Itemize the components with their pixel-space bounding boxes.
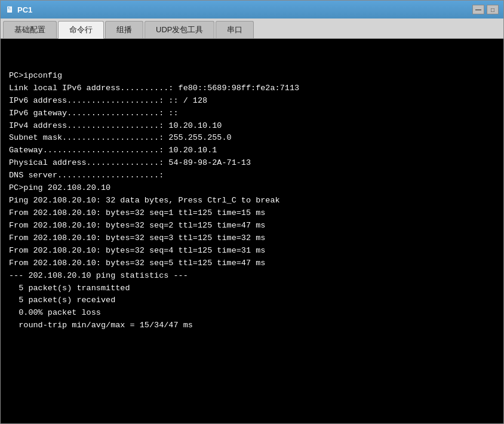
title-bar-left: 🖥 PC1 [5, 5, 32, 14]
main-window: 🖥 PC1 — □ 基础配置 命令行 组播 UDP发包工具 串口 PC>ipco… [0, 0, 504, 424]
tab-bar: 基础配置 命令行 组播 UDP发包工具 串口 [1, 19, 503, 39]
maximize-button[interactable]: □ [487, 5, 499, 14]
tab-cmd[interactable]: 命令行 [58, 21, 104, 39]
tab-basic[interactable]: 基础配置 [3, 21, 57, 38]
terminal-line: 5 packet(s) transmitted [9, 282, 495, 295]
terminal-line: PC>ping 202.108.20.10 [9, 182, 495, 195]
terminal-line: From 202.108.20.10: bytes=32 seq=3 ttl=1… [9, 232, 495, 245]
tab-serial[interactable]: 串口 [216, 21, 254, 38]
terminal-line: From 202.108.20.10: bytes=32 seq=2 ttl=1… [9, 220, 495, 232]
terminal-output[interactable]: PC>ipconfigLink local IPv6 address......… [1, 39, 503, 423]
terminal-line: Link local IPv6 address..........: fe80:… [9, 82, 495, 95]
terminal-line: --- 202.108.20.10 ping statistics --- [9, 270, 495, 282]
terminal-line: 0.00% packet loss [9, 307, 495, 319]
terminal-line: DNS server.....................: [9, 170, 495, 182]
terminal-line: IPv4 address...................: 10.20.1… [9, 120, 495, 133]
terminal-line: round-trip min/avg/max = 15/34/47 ms [9, 319, 495, 332]
terminal-line: PC>ipconfig [9, 70, 495, 82]
minimize-button[interactable]: — [472, 5, 484, 14]
terminal-line: Gateway........................: 10.20.1… [9, 145, 495, 157]
terminal-line: 5 packet(s) received [9, 294, 495, 307]
tab-udp[interactable]: UDP发包工具 [145, 21, 214, 38]
terminal-line: IPv6 address...................: :: / 12… [9, 95, 495, 107]
terminal-line: Ping 202.108.20.10: 32 data bytes, Press… [9, 195, 495, 207]
window-icon: 🖥 [5, 5, 14, 14]
terminal-line: IPv6 gateway...................: :: [9, 107, 495, 120]
terminal-line: Subnet mask....................: 255.255… [9, 132, 495, 145]
title-bar-controls: — □ [472, 5, 499, 14]
terminal-line: From 202.108.20.10: bytes=32 seq=5 ttl=1… [9, 257, 495, 270]
tab-multicast[interactable]: 组播 [105, 21, 143, 38]
window-title: PC1 [17, 5, 32, 14]
terminal-line: From 202.108.20.10: bytes=32 seq=4 ttl=1… [9, 245, 495, 257]
title-bar: 🖥 PC1 — □ [1, 1, 503, 19]
terminal-line: From 202.108.20.10: bytes=32 seq=1 ttl=1… [9, 207, 495, 220]
terminal-line: Physical address...............: 54-89-9… [9, 157, 495, 170]
